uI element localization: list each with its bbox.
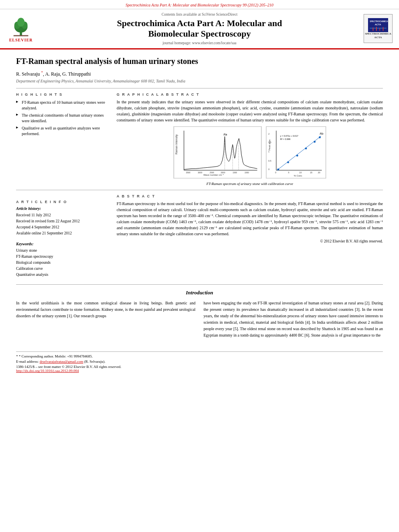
svg-text:Raman Intensity: Raman Intensity [175,134,178,154]
svg-point-4 [17,18,25,27]
svg-text:3000: 3000 [198,172,202,174]
footer-footnote: * * Corresponding author. Mobile: +91 99… [16,354,383,358]
svg-text:0.5: 0.5 [268,159,271,162]
journal-title: Spectrochimica Acta Part A: Molecular an… [41,18,358,39]
right-logo-box: SPECTROCHIMICA ACTA SPECTROCHIMICAACTA [364,14,393,43]
journal-center-info: Contents lists available at SciVerse Sci… [41,12,358,45]
svg-text:Rb: Rb [320,132,323,135]
copyright-line: © 2012 Elsevier B.V. All rights reserved… [117,239,383,243]
highlights-list: FT-Raman spectra of 10 human urinary sto… [16,99,109,138]
article-title: FT-Raman spectral analysis of human urin… [16,56,383,66]
received-revised-date: Received in revised form 22 August 2012 [16,218,109,224]
email-address: drselvarajufeatau@gmail.com [39,359,83,364]
right-logo: SPECTROCHIMICA ACTA SPECTROCHIMICAACTA [362,14,394,43]
svg-text:0: 0 [275,171,276,174]
highlight-item-2: The chemical constituents of human urina… [16,112,109,125]
footer-doi-line: http://dx.doi.org/10.1016/j.saa.2012.09.… [16,369,383,373]
keyword-3: Biological compounds [16,260,109,266]
chart-caption: FT-Raman spectrum of urinary stone with … [117,182,383,186]
svg-text:5: 5 [288,171,289,174]
authors-text: R. Selvaraju *, A. Raja, G. Thiruppathi [16,71,91,77]
svg-text:Peak area: Peak area [268,139,271,150]
divider-2 [16,190,383,190]
article-history-label: Article history: [16,206,109,211]
journal-header: ELSEVIER Contents lists available at Sci… [0,9,399,49]
introduction-title: Introduction [16,290,383,296]
highlights-section: H I G H L I G H T S FT-Raman spectra of … [16,92,109,186]
introduction-columns: In the world urolithiasis is the most co… [16,300,383,339]
keywords-label: Keywords: [16,242,109,246]
svg-text:20: 20 [318,171,320,174]
sciverse-line: Contents lists available at SciVerse Sci… [41,12,358,16]
svg-text:Wave number cm⁻¹: Wave number cm⁻¹ [204,174,224,176]
raman-spectrum-chart: Raman Intensity Wave number cm⁻¹ 3500 30… [173,126,262,179]
introduction-left-col: In the world urolithiasis is the most co… [16,300,195,339]
keywords-list: Urinary stone FT-Raman spectroscopy Biol… [16,248,109,278]
elsevier-tree-icon [9,15,33,37]
article-info-label: A R T I C L E I N F O [16,200,109,204]
abstract-text: FT-Raman spectroscopy is the most useful… [117,201,383,237]
footer: * * Corresponding author. Mobile: +91 99… [16,351,383,375]
keyword-1: Urinary stone [16,248,109,254]
svg-text:1000: 1000 [245,172,249,174]
available-online-date: Available online 21 September 2012 [16,230,109,236]
divider-1 [16,88,383,88]
chart-area: Raman Intensity Wave number cm⁻¹ 3500 30… [117,126,383,179]
article-info-section: A R T I C L E I N F O Article history: R… [16,200,109,278]
highlight-item-3: Qualitative as well as quantitative anal… [16,125,109,138]
calibration-curve-chart: 0 0.5 1 1.5 2 0 5 10 15 20 % Conc Peak a… [266,126,326,179]
footer-email: E-mail address: drselvarajufeatau@gmail.… [16,359,383,364]
svg-text:10: 10 [299,171,302,174]
top-bar: Spectrochimica Acta Part A: Molecular an… [0,0,399,9]
article-dates: Received 11 July 2012 Received in revise… [16,212,109,237]
journal-reference: Spectrochimica Acta Part A: Molecular an… [125,3,274,7]
svg-text:2500: 2500 [210,172,214,174]
svg-text:1500: 1500 [232,172,237,174]
graphical-abstract-text: In the present study indicates that the … [117,99,383,123]
issn-text: 1386-1425/$ – see front matter © 2012 El… [16,365,121,369]
received-date: Received 11 July 2012 [16,212,109,218]
highlights-label: H I G H L I G H T S [16,92,109,97]
graphical-abstract-section: G R A P H I C A L A B S T R A C T In the… [117,92,383,186]
abstract-label: A B S T R A C T [117,194,383,198]
email-owner: (R. Selvaraju). [84,359,105,364]
svg-text:y = 0.071x + 0.017: y = 0.071x + 0.017 [280,134,298,137]
graphical-abstract-label: G R A P H I C A L A B S T R A C T [117,92,383,97]
affiliation: Department of Engineering Physics, Annam… [16,79,383,83]
journal-homepage: journal homepage: www.elsevier.com/locat… [41,41,358,45]
email-label: E-mail address: [16,359,39,364]
introduction-right-col: have been engaging the study on FT-IR sp… [204,300,383,339]
footnote-text: * Corresponding author. Mobile: +91 9994… [19,354,93,358]
footnote-star: * [16,354,19,358]
keyword-2: FT-Raman spectroscopy [16,254,109,260]
authors: R. Selvaraju *, A. Raja, G. Thiruppathi [16,70,383,77]
svg-text:ACTA: ACTA [375,23,382,26]
elsevier-label: ELSEVIER [9,38,33,42]
elsevier-logo: ELSEVIER [5,15,37,42]
introduction-left-text: In the world urolithiasis is the most co… [16,300,195,319]
info-abstract-section: A R T I C L E I N F O Article history: R… [16,194,383,278]
spectrochimica-logo-icon: SPECTROCHIMICA ACTA [368,18,388,32]
svg-text:R² = 0.996: R² = 0.996 [280,138,290,140]
svg-text:% Conc: % Conc [294,175,302,177]
svg-rect-5 [14,35,29,37]
introduction-right-text: have been engaging the study on FT-IR sp… [204,300,383,339]
svg-text:SPECTROCHIMICA: SPECTROCHIMICA [370,20,388,23]
svg-text:0: 0 [268,168,269,170]
svg-text:3500: 3500 [186,172,190,174]
highlight-item-1: FT-Raman spectra of 10 human urinary sto… [16,99,109,112]
accepted-date: Accepted 4 September 2012 [16,224,109,230]
svg-text:2000: 2000 [221,172,225,174]
svg-text:2: 2 [268,132,269,135]
keyword-5: Quantitative analysis [16,272,109,278]
introduction-section: Introduction In the world urolithiasis i… [16,284,383,339]
doi-link[interactable]: http://dx.doi.org/10.1016/j.saa.2012.09.… [16,369,79,373]
article-content: FT-Raman spectral analysis of human urin… [0,49,399,345]
right-logo-text: SPECTROCHIMICAACTA [365,32,391,39]
highlights-graphical-section: H I G H L I G H T S FT-Raman spectra of … [16,92,383,186]
abstract-section: A B S T R A C T FT-Raman spectroscopy is… [117,194,383,278]
svg-text:15: 15 [310,171,312,174]
footer-issn-line: 1386-1425/$ – see front matter © 2012 El… [16,365,383,369]
svg-text:Ra: Ra [224,133,227,136]
keyword-4: Calibration curve [16,266,109,272]
